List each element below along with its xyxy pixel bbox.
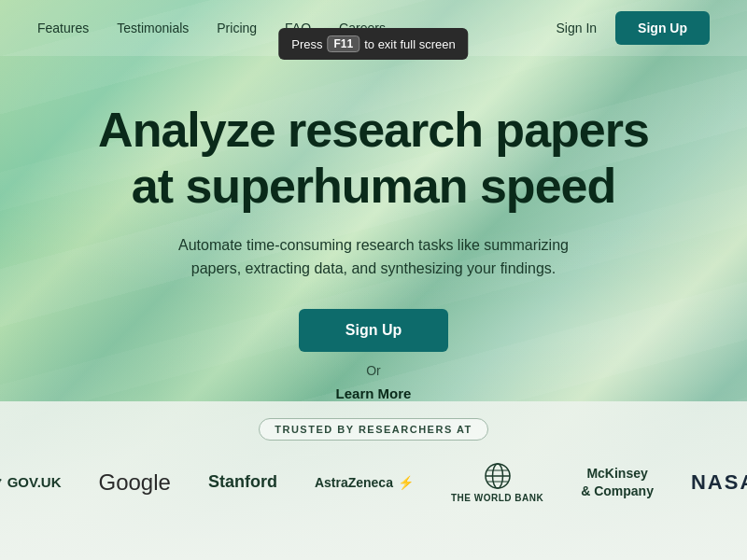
trusted-badge: TRUSTED BY RESEARCHERS AT [259, 418, 487, 441]
logo-stanford: Stanford [208, 472, 277, 492]
sign-in-link[interactable]: Sign In [557, 21, 598, 35]
logo-google: Google [99, 469, 171, 496]
globe-icon [483, 461, 513, 491]
nav-pricing[interactable]: Pricing [217, 21, 257, 35]
logos-row: ♛ GOV.UK Google Stanford AstraZeneca ⚡ T… [0, 461, 747, 503]
hero-title-line1: Analyze research papers [98, 103, 649, 157]
crown-icon: ♛ [0, 475, 3, 490]
tooltip-prefix: Press [291, 37, 322, 51]
hero-title: Analyze research papers at superhuman sp… [75, 103, 672, 215]
hero-cta: Sign Up [75, 309, 672, 363]
nav-auth: Sign In Sign Up [557, 11, 710, 45]
or-text: Or [75, 363, 672, 378]
f11-tooltip: Press F11 to exit full screen [278, 28, 468, 60]
logo-worldbank: THE WORLD BANK [451, 461, 543, 503]
sign-up-button-nav[interactable]: Sign Up [615, 11, 710, 45]
trusted-section: TRUSTED BY RESEARCHERS AT ♛ GOV.UK Googl… [0, 401, 747, 560]
logo-mckinsey: McKinsey& Company [581, 465, 654, 498]
lightning-icon: ⚡ [398, 475, 414, 490]
nav-testimonials[interactable]: Testimonials [117, 21, 189, 35]
hero-subtitle: Automate time-consuming research tasks l… [168, 233, 579, 281]
sign-up-button-hero[interactable]: Sign Up [299, 309, 448, 352]
hero-title-line2: at superhuman speed [132, 159, 615, 213]
logo-govuk: ♛ GOV.UK [0, 474, 62, 490]
f11-key: F11 [328, 35, 360, 52]
logo-astrazeneca: AstraZeneca ⚡ [315, 475, 414, 490]
learn-more-link[interactable]: Learn More [336, 385, 412, 401]
logo-nasa: NASA [691, 470, 747, 495]
nav-features[interactable]: Features [37, 21, 89, 35]
hero-content: Analyze research papers at superhuman sp… [0, 56, 747, 430]
tooltip-suffix: to exit full screen [364, 37, 456, 51]
